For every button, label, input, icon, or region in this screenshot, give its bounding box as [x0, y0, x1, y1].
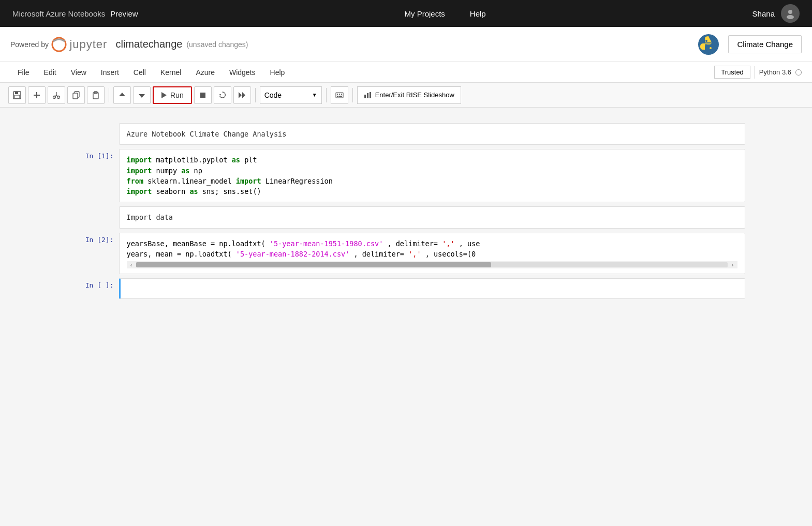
- arrow-down-icon: [138, 92, 145, 99]
- kw-as-3: as: [189, 187, 198, 196]
- scroll-left-arrow[interactable]: ‹: [128, 261, 135, 269]
- menu-azure[interactable]: Azure: [188, 64, 222, 81]
- paste-button[interactable]: [87, 86, 105, 104]
- add-cell-button[interactable]: [28, 86, 46, 104]
- str-delim2: ',': [408, 250, 421, 258]
- code-line-4: import seaborn as sns; sns.set(): [127, 186, 737, 197]
- stop-button[interactable]: [194, 86, 212, 104]
- kw-import-4: import: [127, 187, 152, 196]
- cell-prompt-1: [67, 123, 119, 126]
- keyboard-shortcuts-button[interactable]: [331, 86, 348, 104]
- menu-insert[interactable]: Insert: [94, 64, 126, 81]
- bar-chart-icon: [364, 92, 372, 99]
- jupyter-icon: [51, 36, 67, 53]
- svg-rect-36: [367, 93, 368, 98]
- svg-point-6: [710, 47, 712, 49]
- horizontal-scrollbar[interactable]: ‹ ›: [127, 261, 737, 268]
- svg-rect-29: [337, 94, 338, 95]
- plus-icon: [33, 91, 41, 99]
- code-normal-12: years, mean = np.loadtxt(: [127, 250, 232, 258]
- brand-name: Microsoft Azure Notebooks: [12, 9, 105, 18]
- cut-button[interactable]: [48, 86, 65, 104]
- toolbar: Run Code ▼: [0, 83, 812, 108]
- cell-text-1: Azure Notebook Climate Change Analysis: [127, 130, 287, 138]
- kw-import-1: import: [127, 156, 152, 164]
- menu-widgets[interactable]: Widgets: [222, 64, 263, 81]
- svg-marker-26: [239, 92, 242, 98]
- cell-code-2: In [2]: yearsBase, meanBase = np.loadtxt…: [67, 233, 745, 275]
- menu-view[interactable]: View: [64, 64, 94, 81]
- code-line-6: years, mean = np.loadtxt( '5-year-mean-1…: [127, 249, 737, 259]
- menu-kernel[interactable]: Kernel: [153, 64, 188, 81]
- svg-marker-23: [161, 92, 167, 98]
- cell-type-label: Code: [264, 91, 282, 99]
- code-normal-10: , delimiter=: [387, 239, 438, 248]
- cell-content-3[interactable]: Import data: [119, 206, 745, 228]
- code-normal-11: , use: [459, 239, 480, 248]
- preview-label: Preview: [110, 9, 138, 18]
- scroll-right-arrow[interactable]: ›: [729, 261, 736, 269]
- header-right: Climate Change: [697, 33, 802, 56]
- cell-content-1[interactable]: Azure Notebook Climate Change Analysis: [119, 123, 745, 145]
- cell-prompt-4: In [2]:: [67, 233, 119, 244]
- code-normal-2: plt: [244, 156, 257, 164]
- menu-cell[interactable]: Cell: [126, 64, 153, 81]
- code-normal-7: seaborn: [156, 187, 189, 196]
- code-normal-5: sklearn.linear_model: [147, 177, 236, 185]
- copy-icon: [72, 91, 80, 99]
- menu-edit[interactable]: Edit: [37, 64, 64, 81]
- menu-help[interactable]: Help: [263, 64, 292, 81]
- run-button[interactable]: Run: [153, 86, 192, 104]
- fast-forward-button[interactable]: [233, 86, 251, 104]
- run-icon: [161, 92, 167, 99]
- arrow-up-icon: [119, 92, 126, 99]
- rise-label: Enter/Exit RISE Slideshow: [375, 91, 454, 99]
- scroll-track: [136, 262, 728, 267]
- avatar[interactable]: [781, 4, 800, 23]
- move-up-button[interactable]: [113, 86, 131, 104]
- str-csv2: '5-year-mean-1882-2014.csv': [236, 250, 349, 258]
- jupyter-header: Powered by jupyter climatechange (unsave…: [0, 27, 812, 62]
- kernel-info: Python 3.6: [759, 68, 802, 76]
- copy-button[interactable]: [67, 86, 85, 104]
- dropdown-arrow-icon: ▼: [312, 92, 317, 98]
- cell-content-4[interactable]: yearsBase, meanBase = np.loadtxt( '5-yea…: [119, 233, 745, 275]
- kernel-status-circle: [795, 69, 802, 76]
- restart-button[interactable]: [214, 86, 231, 104]
- cell-prompt-2: In [1]:: [67, 149, 119, 160]
- toolbar-sep-4: [352, 88, 353, 102]
- kernel-name: Python 3.6: [759, 68, 791, 76]
- jupyter-logo: jupyter: [51, 36, 107, 53]
- cell-type-dropdown[interactable]: Code ▼: [260, 86, 322, 104]
- rise-slideshow-button[interactable]: Enter/Exit RISE Slideshow: [357, 86, 461, 104]
- move-down-button[interactable]: [133, 86, 151, 104]
- svg-rect-8: [15, 92, 18, 94]
- nav-help[interactable]: Help: [470, 9, 486, 18]
- menu-file[interactable]: File: [10, 64, 37, 81]
- cell-content-2[interactable]: import matplotlib.pyplot as plt import n…: [119, 149, 745, 202]
- cell-code-1: In [1]: import matplotlib.pyplot as plt …: [67, 149, 745, 202]
- menu-separator: [755, 66, 755, 79]
- code-line-2: import numpy as np: [127, 166, 737, 176]
- climate-change-button[interactable]: Climate Change: [728, 35, 802, 53]
- kw-import-2: import: [127, 167, 152, 175]
- trusted-button[interactable]: Trusted: [714, 66, 750, 79]
- save-button[interactable]: [8, 86, 26, 104]
- code-line-5: yearsBase, meanBase = np.loadtxt( '5-yea…: [127, 238, 737, 249]
- nav-links: My Projects Help: [405, 9, 486, 18]
- nav-my-projects[interactable]: My Projects: [405, 9, 445, 18]
- jupyter-text: jupyter: [69, 38, 107, 51]
- svg-point-5: [705, 40, 707, 42]
- svg-point-0: [788, 10, 792, 14]
- code-normal-13: , delimiter=: [353, 250, 404, 258]
- svg-point-1: [787, 15, 794, 19]
- toolbar-sep-3: [326, 88, 327, 102]
- kw-as-2: as: [181, 167, 189, 175]
- cell-markdown-import: Import data: [67, 206, 745, 228]
- menu-bar: File Edit View Insert Cell Kernel Azure …: [0, 62, 812, 83]
- code-normal-1: matplotlib.pyplot: [156, 156, 231, 164]
- cell-content-5[interactable]: [119, 278, 745, 299]
- svg-marker-22: [139, 94, 145, 98]
- run-label: Run: [170, 91, 184, 99]
- cell-prompt-3: [67, 206, 119, 209]
